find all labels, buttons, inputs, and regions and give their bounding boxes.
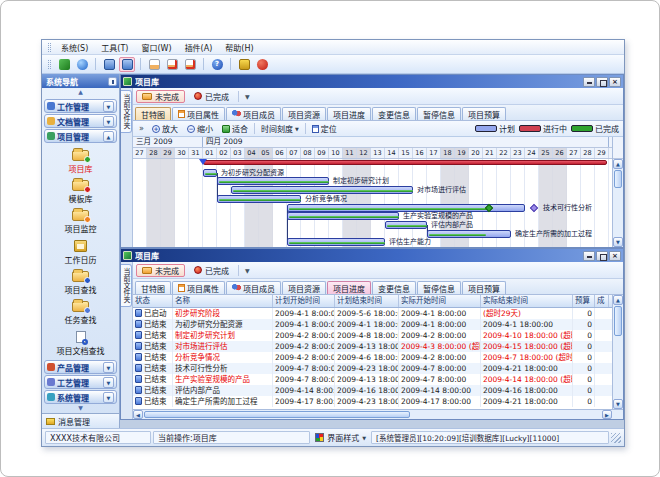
scroll-right-button[interactable]: ▶	[602, 410, 612, 419]
group-system[interactable]: 系统管理▼	[44, 390, 117, 404]
tab-budget[interactable]: 项目预算	[462, 281, 506, 294]
table-row[interactable]: 已结束评估内部产品2009-4-14 8:00:002009-4-16 18:0…	[133, 385, 612, 396]
sidebar-item-project-doc-search[interactable]: 项目文档查找	[44, 326, 117, 357]
chevron-down-icon[interactable]: ▼	[103, 392, 114, 403]
sidebar-scroll-down-button[interactable]: ▼	[42, 404, 119, 413]
minimize-button[interactable]	[583, 77, 595, 87]
report-icon[interactable]	[146, 57, 162, 72]
menu-tools[interactable]: 工具(T)	[95, 41, 134, 54]
menu-system[interactable]: 系统(S)	[55, 41, 94, 54]
current-folder-tab[interactable]: 当前文件夹	[121, 264, 132, 307]
tab-changes[interactable]: 变更信息	[372, 281, 416, 294]
table-row[interactable]: 已结束为初步研究分配资源2009-4-1 8:00:002009-4-1 18:…	[133, 319, 612, 330]
filter-tab-finished[interactable]: 已完成	[188, 90, 235, 103]
tab-gantt[interactable]: 甘特图	[135, 107, 171, 120]
gantt-window-titlebar[interactable]: 项目库 ×	[121, 75, 623, 88]
scroll-down-button[interactable]: ▼	[613, 399, 623, 409]
table-row[interactable]: 已结束技术可行性分析2009-4-7 8:00:002009-4-23 18:0…	[133, 363, 612, 374]
folder-open-icon[interactable]	[119, 57, 135, 72]
sidebar-item-task-search[interactable]: 任务查找	[44, 296, 117, 326]
table-row[interactable]: 已结束生产实验室规模的产品2009-4-7 8:00:002009-4-13 1…	[133, 374, 612, 385]
gantt-vertical-scrollbar[interactable]: ▲ ▼	[612, 137, 623, 247]
column-header[interactable]: 计划开始时间	[273, 295, 335, 307]
folder-icon[interactable]	[101, 57, 117, 72]
fit-button[interactable]: 适合	[219, 122, 251, 135]
timescale-button[interactable]: 时间刻度▼	[258, 122, 302, 135]
drag-grip[interactable]	[48, 60, 51, 69]
zoom-out-button[interactable]: −缩小	[184, 122, 216, 135]
filter-overflow-button[interactable]: ▼	[242, 267, 253, 274]
gantt-task-bar[interactable]	[217, 195, 301, 203]
tab-properties[interactable]: 项目属性	[172, 107, 225, 120]
filter-tab-finished[interactable]: 已完成	[188, 264, 235, 277]
tab-pauses[interactable]: 暂停信息	[417, 107, 461, 120]
minimize-button[interactable]	[583, 251, 595, 261]
table-row[interactable]: 已结束分析竞争情况2009-4-2 8:00:002009-4-6 18:00:…	[133, 352, 612, 363]
tab-budget[interactable]: 项目预算	[462, 107, 506, 120]
gantt-task-bar[interactable]	[287, 238, 385, 246]
sidebar-item-project-search[interactable]: 项目查找	[44, 266, 117, 296]
table-row[interactable]: 已启动初步研究阶段2009-4-1 8:00:002009-5-6 18:00:…	[133, 308, 612, 319]
tab-members[interactable]: 项目成员	[226, 281, 281, 294]
group-product[interactable]: 产品管理▼	[44, 360, 117, 374]
current-folder-tab[interactable]: 当前文件夹	[121, 90, 132, 133]
gantt-task-bar[interactable]	[427, 230, 511, 238]
chevron-up-icon[interactable]: ▲	[103, 131, 114, 142]
table-row[interactable]: 已结束对市场进行评估2009-4-2 8:00:002009-4-13 18:0…	[133, 341, 612, 352]
gantt-task-bar[interactable]	[385, 221, 427, 229]
group-work[interactable]: 工作管理▼	[44, 99, 117, 113]
milestone-diamond-icon[interactable]	[530, 204, 538, 212]
column-header[interactable]: 状态	[133, 295, 173, 307]
tab-progress[interactable]: 项目进度	[327, 281, 371, 294]
tab-progress[interactable]: 项目进度	[327, 107, 371, 120]
column-header[interactable]: 名称	[173, 295, 273, 307]
close-button[interactable]: ×	[609, 251, 621, 261]
report-alert-icon[interactable]	[164, 57, 180, 72]
table-horizontal-scrollbar[interactable]: ◀ ▶	[133, 409, 623, 419]
table-vertical-scrollbar[interactable]: ▲ ▼	[612, 295, 623, 409]
column-header[interactable]: 实际结束时间	[481, 295, 573, 307]
tab-gantt[interactable]: 甘特图	[135, 281, 171, 294]
message-mgmt-tab[interactable]: 消息管理	[42, 413, 119, 428]
tab-resources[interactable]: 项目资源	[282, 107, 326, 120]
chevron-down-icon[interactable]: ▼	[103, 101, 114, 112]
gantt-task-bar[interactable]	[203, 169, 217, 177]
scroll-thumb[interactable]	[614, 306, 622, 336]
menu-window[interactable]: 窗口(W)	[135, 41, 177, 54]
group-project[interactable]: 项目管理▲	[44, 129, 117, 143]
maximize-button[interactable]	[596, 77, 608, 87]
chevron-down-icon[interactable]: ▼	[103, 362, 114, 373]
column-header[interactable]: 成	[595, 295, 609, 307]
resize-grip[interactable]	[611, 433, 621, 443]
sidebar-item-template-library[interactable]: 模板库	[44, 175, 117, 205]
tab-pauses[interactable]: 暂停信息	[417, 281, 461, 294]
sidebar-collapse-button[interactable]: ▲	[42, 88, 119, 97]
locate-button[interactable]: 定位	[309, 122, 340, 135]
stop-icon[interactable]	[254, 57, 270, 72]
sidebar-item-project-library[interactable]: 项目库	[44, 145, 117, 175]
pin-icon[interactable]	[108, 77, 117, 86]
column-header[interactable]: 预算	[573, 295, 595, 307]
ui-style-button[interactable]: 界面样式 ▼	[312, 431, 369, 444]
maximize-button[interactable]	[596, 251, 608, 261]
chevron-down-icon[interactable]: ▼	[103, 116, 114, 127]
gantt-summary-bar[interactable]	[203, 160, 607, 165]
tab-changes[interactable]: 变更信息	[372, 107, 416, 120]
menu-help[interactable]: 帮助(H)	[219, 41, 259, 54]
tab-properties[interactable]: 项目属性	[172, 281, 225, 294]
scroll-up-button[interactable]: ▲	[613, 295, 623, 305]
table-row[interactable]: 已结束确定生产所需的加工过程2009-4-17 8:00:002009-4-23…	[133, 396, 612, 407]
scroll-up-button[interactable]: ▲	[613, 159, 623, 169]
close-button[interactable]: ×	[609, 77, 621, 87]
scroll-left-button[interactable]: ◀	[133, 410, 143, 419]
table-window-titlebar[interactable]: 项目库 ×	[121, 249, 623, 262]
report-time-icon[interactable]	[182, 57, 198, 72]
column-header[interactable]: 实际开始时间	[399, 295, 481, 307]
chevron-down-icon[interactable]: ▼	[103, 377, 114, 388]
group-doc[interactable]: 文档管理▼	[44, 114, 117, 128]
drag-grip[interactable]	[48, 43, 51, 52]
tab-members[interactable]: 项目成员	[226, 107, 281, 120]
filter-tab-unfinished[interactable]: 未完成	[136, 264, 185, 277]
toolbar-overflow-icon[interactable]: »	[137, 124, 146, 133]
filter-overflow-button[interactable]: ▼	[242, 93, 253, 100]
